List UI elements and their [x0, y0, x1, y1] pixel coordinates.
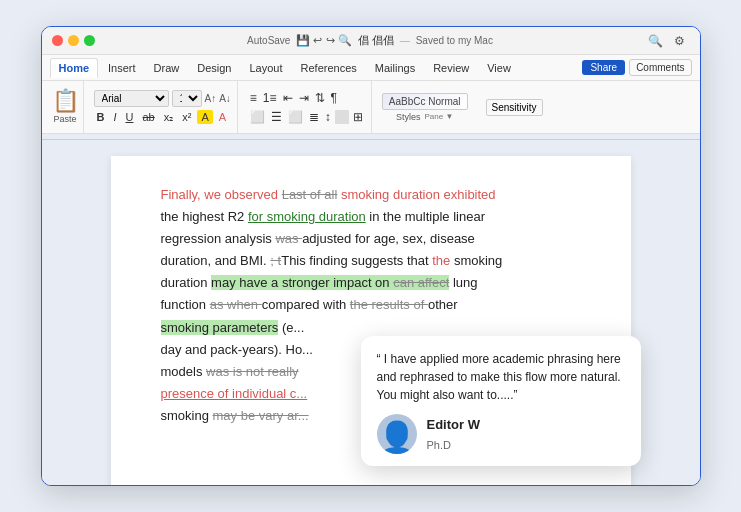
- comments-button[interactable]: Comments: [629, 59, 691, 76]
- close-button[interactable]: [52, 35, 63, 46]
- subscript-button[interactable]: x₂: [161, 110, 177, 125]
- line-spacing-button[interactable]: ↕: [323, 109, 333, 125]
- strikethrough-aswhen: as when: [210, 297, 262, 312]
- font-row-top: Arial 12 A↑ A↓: [94, 90, 231, 107]
- text-red-2: smoking duration exhibited: [337, 187, 495, 202]
- font-size-select[interactable]: 12: [172, 90, 202, 107]
- saved-label: Saved to my Mac: [416, 35, 493, 46]
- strikethrough-isnot: is not really: [233, 364, 299, 379]
- comment-author: 👤 Editor W Ph.D: [377, 414, 625, 454]
- maximize-button[interactable]: [84, 35, 95, 46]
- filename: 倡 倡倡: [358, 33, 394, 48]
- tab-references[interactable]: References: [293, 59, 365, 77]
- styles-selector[interactable]: AaBbCc Normal: [382, 93, 468, 110]
- ribbon-content: 📋 Paste Arial 12 A↑ A↓ B I: [42, 81, 700, 133]
- doc-area: Finally, we observed Last of all smoking…: [42, 140, 700, 486]
- text-strikethrough-semicol: ; t: [270, 253, 281, 268]
- font-grow-icon[interactable]: A↑: [205, 93, 217, 104]
- sort-button[interactable]: ⇅: [313, 90, 327, 106]
- border-button[interactable]: ⊞: [351, 109, 365, 125]
- bullets-button[interactable]: ≡: [248, 90, 259, 106]
- title-bar: AutoSave 💾 ↩ ↪ 🔍 倡 倡倡 — Saved to my Mac …: [42, 27, 700, 55]
- avatar: 👤: [377, 414, 417, 454]
- styles-pane-button[interactable]: Pane ▼: [425, 112, 454, 121]
- text-strikethrough-was: was: [275, 231, 302, 246]
- tab-layout[interactable]: Layout: [242, 59, 291, 77]
- ribbon: Home Insert Draw Design Layout Reference…: [42, 55, 700, 134]
- traffic-lights: [52, 35, 95, 46]
- strikethrough-maybevary: may be vary ar...: [213, 408, 309, 423]
- text-strikethrough-1: Last of all: [282, 187, 338, 202]
- para-group: ≡ 1≡ ⇤ ⇥ ⇅ ¶ ⬜ ☰ ⬜ ≣ ↕ ⊞: [242, 81, 372, 133]
- text-inserted-smoking: for smoking duration: [248, 209, 366, 224]
- styles-group: AaBbCc Normal Styles Pane ▼: [376, 81, 474, 133]
- align-left-button[interactable]: ⬜: [248, 109, 267, 125]
- doc-page: Finally, we observed Last of all smoking…: [111, 156, 631, 486]
- text-highlight-smoking-params: smoking parameters: [161, 320, 279, 335]
- tab-mailings[interactable]: Mailings: [367, 59, 423, 77]
- toolbar-icons: 💾 ↩ ↪ 🔍: [296, 34, 351, 47]
- tab-home[interactable]: Home: [50, 58, 99, 78]
- ribbon-tabs: Home Insert Draw Design Layout Reference…: [42, 55, 700, 81]
- para-row-bottom: ⬜ ☰ ⬜ ≣ ↕ ⊞: [248, 109, 365, 125]
- font-shrink-icon[interactable]: A↓: [219, 93, 231, 104]
- share-button[interactable]: Share: [582, 60, 625, 75]
- text-deleted-1: Finally, we observed: [161, 187, 282, 202]
- tab-insert[interactable]: Insert: [100, 59, 144, 77]
- font-color-button[interactable]: A: [216, 110, 229, 124]
- strikethrough-was2: was: [206, 364, 233, 379]
- text-red-presence: presence of individual c...: [161, 386, 308, 401]
- search-icon[interactable]: 🔍: [646, 31, 666, 51]
- styles-label: Styles: [396, 112, 421, 122]
- ribbon-right-actions: Share Comments: [582, 59, 691, 76]
- sensitivity-button[interactable]: Sensitivity: [486, 99, 543, 116]
- avatar-figure: 👤: [377, 422, 417, 454]
- word-window: AutoSave 💾 ↩ ↪ 🔍 倡 倡倡 — Saved to my Mac …: [41, 26, 701, 486]
- minimize-button[interactable]: [68, 35, 79, 46]
- comment-text-inner: I have applied more academic phrasing he…: [377, 352, 621, 402]
- justify-button[interactable]: ≣: [307, 109, 321, 125]
- numbering-button[interactable]: 1≡: [261, 90, 279, 106]
- strikethrough-can: can affect: [393, 275, 449, 290]
- align-right-button[interactable]: ⬜: [286, 109, 305, 125]
- indent-button[interactable]: ⇥: [297, 90, 311, 106]
- author-name: Editor W: [427, 414, 480, 435]
- font-row-bottom: B I U ab x₂ x² A A: [94, 110, 231, 125]
- para-row-top: ≡ 1≡ ⇤ ⇥ ⇅ ¶: [248, 90, 365, 106]
- author-title: Ph.D: [427, 436, 480, 454]
- show-marks-button[interactable]: ¶: [329, 90, 339, 106]
- text-highlight-green: may have a stronger impact on can affect: [211, 275, 449, 290]
- font-group: Arial 12 A↑ A↓ B I U ab x₂ x² A A: [88, 81, 238, 133]
- author-info: Editor W Ph.D: [427, 414, 480, 454]
- superscript-button[interactable]: x²: [179, 110, 194, 124]
- tab-design[interactable]: Design: [189, 59, 239, 77]
- styles-normal-label: AaBbCc Normal: [389, 96, 461, 107]
- strikethrough-resultsof: the results of: [350, 297, 428, 312]
- strikethrough-button[interactable]: ab: [139, 110, 157, 124]
- outdent-button[interactable]: ⇤: [281, 90, 295, 106]
- comment-text: I have applied more academic phrasing he…: [377, 350, 625, 404]
- paste-icon[interactable]: 📋: [52, 90, 79, 112]
- title-bar-center: AutoSave 💾 ↩ ↪ 🔍 倡 倡倡 — Saved to my Mac: [101, 33, 640, 48]
- highlight-button[interactable]: A: [197, 110, 212, 124]
- autosave-label: AutoSave: [247, 35, 290, 46]
- tab-draw[interactable]: Draw: [146, 59, 188, 77]
- tab-view[interactable]: View: [479, 59, 519, 77]
- title-bar-icons: 🔍 ⚙: [646, 31, 690, 51]
- paste-label: Paste: [53, 114, 76, 124]
- italic-button[interactable]: I: [110, 110, 119, 124]
- align-center-button[interactable]: ☰: [269, 109, 284, 125]
- sensitivity-group: Sensitivity: [478, 81, 551, 133]
- comment-popup: I have applied more academic phrasing he…: [361, 336, 641, 466]
- bold-button[interactable]: B: [94, 110, 108, 124]
- shading-button[interactable]: [335, 110, 349, 124]
- settings-icon[interactable]: ⚙: [670, 31, 690, 51]
- tab-review[interactable]: Review: [425, 59, 477, 77]
- underline-button[interactable]: U: [123, 110, 137, 124]
- paste-group: 📋 Paste: [48, 81, 84, 133]
- text-red-the: the: [432, 253, 450, 268]
- font-select[interactable]: Arial: [94, 90, 169, 107]
